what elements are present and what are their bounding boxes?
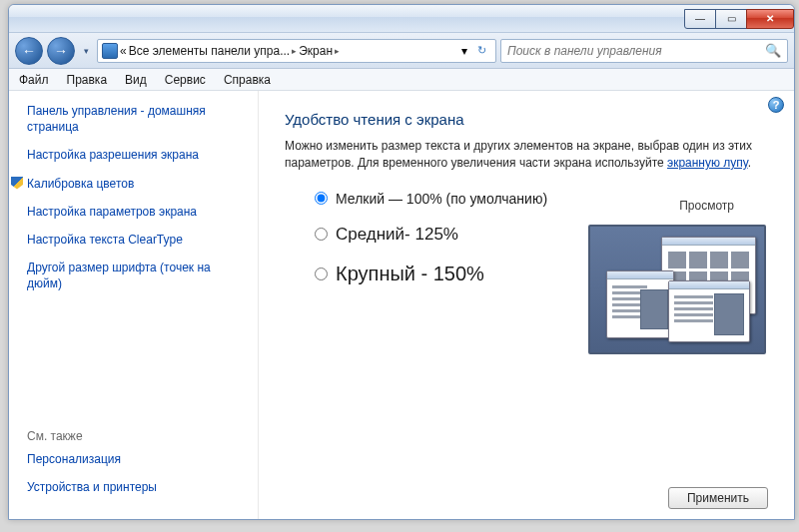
navigation-bar: ← → ▾ « Все элементы панели упра... ▸ Эк… [9,33,794,69]
preview-window-c [668,280,750,342]
menu-edit[interactable]: Правка [67,73,108,87]
page-description: Можно изменить размер текста и других эл… [285,138,768,173]
sidebar: Панель управления - домашняя страница На… [9,91,259,519]
sidebar-link-params[interactable]: Настройка параметров экрана [27,204,248,220]
menu-tools[interactable]: Сервис [165,73,206,87]
magnifier-link[interactable]: экранную лупу [667,156,748,170]
menu-view[interactable]: Вид [125,73,147,87]
content-pane: Удобство чтения с экрана Можно изменить … [259,91,794,519]
sidebar-link-cleartype[interactable]: Настройка текста ClearType [27,232,248,248]
search-box[interactable]: 🔍 [500,39,788,63]
search-input[interactable] [507,44,765,58]
sidebar-link-calibration[interactable]: Калибровка цветов [27,176,248,192]
radio-small[interactable] [315,192,328,205]
radio-small-label[interactable]: Мелкий — 100% (по умолчанию) [336,191,547,207]
close-button[interactable]: ✕ [746,9,794,29]
history-dropdown[interactable]: ▾ [79,41,93,61]
radio-medium-label[interactable]: Средний- 125% [336,225,458,245]
address-bar[interactable]: « Все элементы панели упра... ▸ Экран ▸ … [97,39,496,63]
sidebar-link-personalization[interactable]: Персонализация [27,451,248,467]
page-title: Удобство чтения с экрана [285,111,768,128]
radio-large-label[interactable]: Крупный - 150% [336,263,484,285]
description-text-end: . [748,156,751,170]
preview-label: Просмотр [679,199,734,213]
forward-button[interactable]: → [47,37,75,65]
preview-thumbnail [588,225,766,354]
breadcrumb-parent[interactable]: Все элементы панели упра... ▸ [129,44,298,58]
preview-window-b [606,270,674,338]
chevron-right-icon: ▸ [292,46,297,56]
menu-help[interactable]: Справка [224,73,271,87]
see-also-heading: См. также [27,429,248,443]
search-icon[interactable]: 🔍 [765,43,781,58]
minimize-button[interactable]: — [684,9,716,29]
window-buttons: — ▭ ✕ [685,9,794,29]
breadcrumb-current[interactable]: Экран ▸ [299,44,340,58]
sidebar-link-home[interactable]: Панель управления - домашняя страница [27,103,248,135]
breadcrumb-chevrons[interactable]: « [120,44,127,58]
chevron-right-icon: ▸ [335,46,340,56]
footer: Применить [285,479,768,509]
radio-large[interactable] [315,267,328,280]
location-icon [102,43,118,59]
radio-medium[interactable] [315,228,328,241]
maximize-button[interactable]: ▭ [715,9,747,29]
back-button[interactable]: ← [15,37,43,65]
breadcrumb-current-label: Экран [299,44,333,58]
refresh-button[interactable]: ↻ [471,44,491,57]
apply-button[interactable]: Применить [668,487,768,509]
address-dropdown-icon[interactable]: ▾ [461,44,467,58]
sidebar-link-resolution[interactable]: Настройка разрешения экрана [27,147,248,163]
menu-bar: Файл Правка Вид Сервис Справка [9,69,794,91]
titlebar: — ▭ ✕ [9,5,794,33]
window-body: ? Панель управления - домашняя страница … [9,91,794,519]
menu-file[interactable]: Файл [19,73,49,87]
breadcrumb-parent-label: Все элементы панели упра... [129,44,291,58]
sidebar-link-devices[interactable]: Устройства и принтеры [27,479,248,495]
control-panel-window: — ▭ ✕ ← → ▾ « Все элементы панели упра..… [8,4,795,520]
sidebar-link-dpi[interactable]: Другой размер шрифта (точек на дюйм) [27,260,248,291]
